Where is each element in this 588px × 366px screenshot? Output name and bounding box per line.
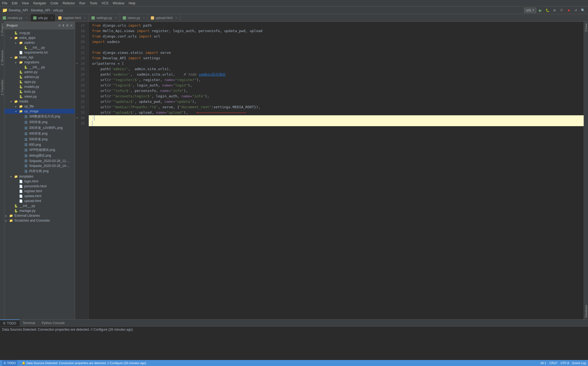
menu-window[interactable]: Window (113, 1, 124, 5)
bottom-tab-todo[interactable]: 6: TODO (0, 320, 20, 326)
tree-item-img8[interactable]: 🖼 debug调试.png (4, 153, 75, 159)
folder-icon-helloapi: 📁 (14, 55, 18, 59)
menu-view[interactable]: View (22, 1, 29, 5)
html-icon-updata: 📄 (19, 194, 23, 198)
tab-views-py[interactable]: views.py ✕ (120, 14, 148, 21)
tab-models-py[interactable]: models.py ✕ (0, 14, 30, 21)
tree-item-media[interactable]: ▾ 📁 media (4, 99, 75, 104)
menu-vcs[interactable]: VCS (102, 1, 108, 5)
img-icon-7: 🖼 (24, 148, 28, 152)
tree-item-loginhtml[interactable]: 📄 login.html (4, 179, 75, 184)
bottom-tab-python-console[interactable]: Python Console (38, 320, 68, 326)
run-button[interactable]: ▶ (537, 7, 543, 13)
tab-close-models[interactable]: ✕ (25, 16, 27, 19)
menu-tools[interactable]: Tools (90, 1, 97, 5)
tree-item-img11[interactable]: 🖼 内存分析.png (4, 168, 75, 174)
tree-item-init-root[interactable]: 🐍 __init__.py (4, 203, 75, 208)
stop-button[interactable]: ■ (566, 7, 572, 13)
tab-urls-py[interactable]: urls.py ✕ (30, 14, 56, 21)
code-line-29: url(r'^info/$', personinfo, name="info")… (89, 88, 584, 94)
tree-item-init-migrations[interactable]: 🐍 __init__.py (4, 65, 75, 70)
project-tool-close[interactable]: ✕ (70, 24, 73, 27)
tree-item-modelspy[interactable]: 🐍 models.py (4, 84, 75, 89)
panel-tab-structure[interactable]: 2: Structure (0, 48, 4, 67)
panel-tab-favorites[interactable]: 2: Favorites (0, 78, 4, 97)
tree-item-xadmin[interactable]: ▸ 📁 xadmin (4, 40, 75, 45)
tree-item-testspy[interactable]: 🐍 tests.py (4, 89, 75, 94)
search-button[interactable]: 🔍 (580, 7, 586, 13)
project-tool-sync[interactable]: ⟳ (58, 24, 61, 27)
profile-button[interactable]: ⏱ (559, 7, 565, 13)
tree-item-registerhtml[interactable]: 📄 register.html (4, 189, 75, 194)
tab-register-html[interactable]: register.html ✕ (56, 14, 89, 21)
tree-item-personinfohtml[interactable]: 📄 personinfo.html (4, 184, 75, 189)
tree-item-viewspy[interactable]: 🐍 views.py (4, 94, 75, 99)
tree-item-img7[interactable]: 🖼 APP性能测试.png (4, 147, 75, 153)
config-dropdown[interactable]: urls ▼ (524, 8, 536, 13)
breadcrumb-project2[interactable]: Develop_API (31, 8, 50, 12)
tree-item-img9[interactable]: 🖼 Snipaste_2020-03-28_11-... (4, 159, 75, 163)
project-tool-collapse[interactable]: ⬆ (62, 24, 65, 27)
right-tab-sview[interactable]: SView (584, 22, 588, 33)
tree-item-img3[interactable]: 🖼 300并发_xJVdNFL.png (4, 125, 75, 131)
menu-navigate[interactable]: Navigate (33, 1, 46, 5)
code-line-32: url(r'^media/(?P<path>.*)$', serve, {"do… (89, 104, 584, 110)
tree-item-init-xadmin[interactable]: 🐍 __init__.py (4, 45, 75, 50)
tab-icon-urls (33, 16, 36, 20)
status-linesep: CRLF (550, 361, 558, 365)
tree-item-adminpy[interactable]: 🐍 admin.py (4, 70, 75, 75)
panel-tab-project[interactable]: 1: Project (0, 22, 4, 38)
tree-item-uploadhtml[interactable]: 📄 upload.html (4, 198, 75, 203)
tree-item-requirements[interactable]: 📄 requirements.txt (4, 50, 75, 55)
tree-item-updatahtml[interactable]: 📄 updata.html (4, 194, 75, 198)
tree-item-img1[interactable]: 🖼 3种数据变化方式.png (4, 114, 75, 119)
tree-item-templates[interactable]: ▾ 📁 templates (4, 174, 75, 179)
py-icon-views: 🐍 (19, 95, 23, 98)
img-icon-9: 🖼 (24, 159, 28, 163)
tree-item-img2[interactable]: 🖼 300并发.png (4, 119, 75, 125)
tree-item-migrations[interactable]: ▸ 📁 migrations (4, 60, 75, 65)
tab-close-settings[interactable]: ✕ (115, 16, 117, 19)
tree-item-img10[interactable]: 🖼 Snipaste_2020-03-28_14-... (4, 163, 75, 168)
menu-edit[interactable]: Edit (12, 1, 17, 5)
tab-upload-html[interactable]: upload.html ✕ (148, 14, 180, 21)
tree-item-img4[interactable]: 🖼 400并发.png (4, 131, 75, 137)
menu-run[interactable]: Run (79, 1, 85, 5)
code-line-28: url(r'^login/$', login_auth, name="login… (89, 83, 584, 88)
tab-settings-py[interactable]: settings.py ✕ (89, 14, 120, 21)
bottom-tab-terminal[interactable]: Terminal (20, 320, 38, 326)
tree-item-helloapi[interactable]: ▾ 📁 Hello_Api (4, 55, 75, 60)
tree-item-upimage[interactable]: ▾ 📁 up_image (4, 109, 75, 114)
menu-code[interactable]: Code (50, 1, 58, 5)
status-eventlog[interactable]: Event Log (572, 361, 586, 365)
tree-item-managepy[interactable]: 🐍 manage.py (4, 208, 75, 213)
status-todo[interactable]: 6: TODO (2, 360, 17, 366)
breadcrumb-project[interactable]: Develop_API (9, 8, 28, 12)
menu-file[interactable]: File (2, 1, 7, 5)
folder-icon-migrations: 📁 (19, 60, 23, 64)
tab-close-upload[interactable]: ✕ (175, 16, 177, 19)
project-tool-settings[interactable]: ⚙ (66, 24, 69, 27)
menu-help[interactable]: Help (129, 1, 136, 5)
breadcrumb-file[interactable]: urls.py (53, 8, 63, 12)
tab-close-views[interactable]: ✕ (143, 16, 145, 19)
tree-item-appspy[interactable]: 🐍 apps.py (4, 79, 75, 84)
tree-item-img5[interactable]: 🖼 500并发.png (4, 137, 75, 142)
tree-item-extlibs[interactable]: ▸ 📁 External Libraries (4, 213, 75, 218)
rerun-button[interactable]: ↺ (573, 7, 579, 13)
right-tab-database[interactable]: Database (584, 303, 588, 319)
code-container[interactable]: 17 18 19 20 21 22 23 ▼24 25 26 27 28 29 … (75, 22, 584, 319)
tree-item-scratches[interactable]: ▸ 📁 Scratches and Consoles (4, 218, 75, 223)
tree-item-upfile[interactable]: ▸ 📁 up_file (4, 104, 75, 109)
debug-button[interactable]: 🐛 (544, 7, 550, 13)
tree-item-extraapps[interactable]: ▾ 📁 extra_apps (4, 35, 75, 40)
tree-item-img6[interactable]: 🖼 600.png (4, 142, 75, 147)
tab-close-urls[interactable]: ✕ (50, 16, 53, 19)
tab-close-register[interactable]: ✕ (84, 16, 86, 19)
tree-item-rcugpy[interactable]: 🐍 rcug.py (4, 30, 75, 35)
menu-bar: File Edit View Navigate Code Refactor Ru… (0, 0, 588, 7)
menu-refactor[interactable]: Refactor (63, 1, 75, 5)
coverage-button[interactable]: ⊕ (552, 7, 558, 13)
tree-item-adminxpy[interactable]: 🐍 adminx.py (4, 75, 75, 79)
code-editor[interactable]: from django.urls import path from Hello_… (89, 22, 584, 319)
